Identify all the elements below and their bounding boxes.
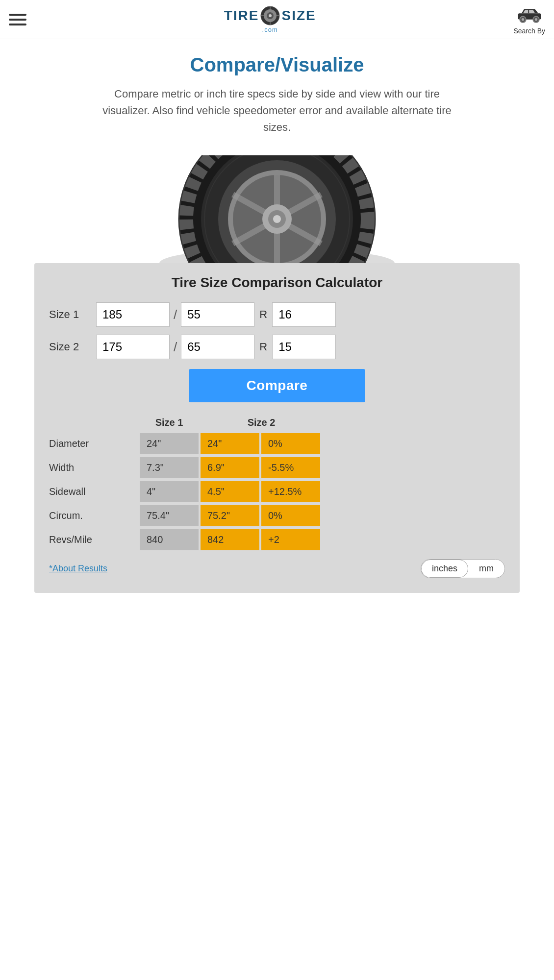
result-diameter-diff: 0%: [261, 433, 320, 454]
results-section: Size 1 Size 2 Diameter 24" 24" 0% Width …: [49, 417, 505, 578]
size1-rim-input[interactable]: [272, 302, 336, 327]
calculator-title: Tire Size Comparison Calculator: [49, 275, 505, 291]
size2-r-label: R: [257, 341, 269, 353]
result-sidewall-diff: +12.5%: [261, 481, 320, 502]
result-circum-diff: 0%: [261, 505, 320, 526]
compare-button[interactable]: Compare: [189, 369, 365, 402]
calculator-card: Tire Size Comparison Calculator Size 1 /…: [34, 263, 520, 593]
result-label-circum: Circum.: [49, 510, 140, 521]
result-revs-size2: 842: [201, 529, 259, 550]
svg-point-26: [273, 215, 281, 223]
size2-row: Size 2 / R: [49, 335, 505, 359]
result-circum-size2: 75.2": [201, 505, 259, 526]
result-label-width: Width: [49, 462, 140, 473]
result-revs-size1: 840: [140, 529, 199, 550]
header: TIRE SIZE .com: [0, 0, 554, 39]
search-by-label: Search By: [513, 27, 545, 35]
result-row-diameter: Diameter 24" 24" 0%: [49, 433, 505, 454]
hamburger-menu[interactable]: [9, 14, 26, 25]
unit-toggle: inches mm: [421, 559, 505, 578]
result-label-sidewall: Sidewall: [49, 486, 140, 497]
result-circum-size1: 75.4": [140, 505, 199, 526]
results-header: Size 1 Size 2: [49, 417, 505, 428]
size2-label: Size 2: [49, 341, 93, 353]
size1-width-input[interactable]: [96, 302, 170, 327]
car-icon: [516, 4, 543, 26]
size1-r-label: R: [257, 308, 269, 321]
svg-point-10: [521, 18, 524, 21]
search-by-button[interactable]: Search By: [513, 4, 545, 35]
result-diameter-size2: 24": [201, 433, 259, 454]
size1-label: Size 1: [49, 308, 93, 321]
unit-mm-button[interactable]: mm: [468, 560, 504, 578]
logo-tire-icon: [260, 5, 280, 26]
size2-rim-input[interactable]: [272, 335, 336, 359]
result-row-circum: Circum. 75.4" 75.2" 0%: [49, 505, 505, 526]
about-results-link[interactable]: *About Results: [49, 564, 107, 574]
size1-row: Size 1 / R: [49, 302, 505, 327]
tire-image-area: [0, 155, 554, 263]
result-row-revs: Revs/Mile 840 842 +2: [49, 529, 505, 550]
result-width-size1: 7.3": [140, 457, 199, 478]
result-label-diameter: Diameter: [49, 438, 140, 449]
size1-aspect-input[interactable]: [181, 302, 254, 327]
result-row-sidewall: Sidewall 4" 4.5" +12.5%: [49, 481, 505, 502]
result-width-diff: -5.5%: [261, 457, 320, 478]
page-description: Compare metric or inch tire specs side b…: [96, 86, 458, 136]
page-title: Compare/Visualize: [20, 54, 534, 76]
logo[interactable]: TIRE SIZE .com: [224, 5, 316, 33]
unit-inches-button[interactable]: inches: [421, 560, 468, 578]
size2-separator: /: [173, 340, 178, 355]
logo-text-size: SIZE: [281, 8, 316, 24]
result-width-size2: 6.9": [201, 457, 259, 478]
tire-hero-image: [154, 155, 400, 263]
col-header-size2: Size 2: [201, 417, 322, 428]
col-header-size1: Size 1: [140, 417, 199, 428]
result-sidewall-size1: 4": [140, 481, 199, 502]
result-diameter-size1: 24": [140, 433, 199, 454]
result-revs-diff: +2: [261, 529, 320, 550]
size2-width-input[interactable]: [96, 335, 170, 359]
svg-point-3: [269, 14, 272, 17]
results-footer: *About Results inches mm: [49, 559, 505, 578]
result-row-width: Width 7.3" 6.9" -5.5%: [49, 457, 505, 478]
compare-btn-row: Compare: [49, 369, 505, 402]
size2-aspect-input[interactable]: [181, 335, 254, 359]
result-sidewall-size2: 4.5": [201, 481, 259, 502]
logo-domain: .com: [262, 26, 278, 33]
result-label-revs: Revs/Mile: [49, 534, 140, 545]
page-title-section: Compare/Visualize Compare metric or inch…: [0, 39, 554, 141]
logo-text-tire: TIRE: [224, 8, 259, 24]
svg-point-12: [534, 18, 537, 21]
size1-separator: /: [173, 307, 178, 322]
